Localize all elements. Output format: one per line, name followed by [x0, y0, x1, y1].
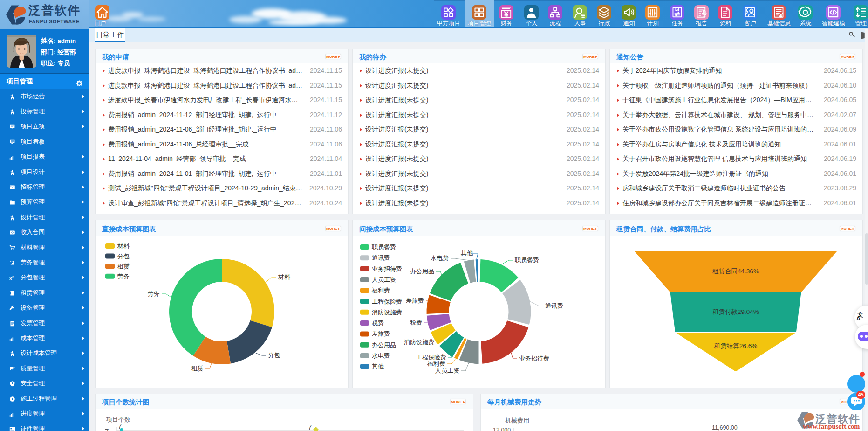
svg-text:租赁: 租赁	[117, 263, 130, 270]
svg-text:福利费: 福利费	[427, 360, 445, 367]
svg-text:工程保险费: 工程保险费	[416, 354, 446, 361]
svg-text:差旅费: 差旅费	[372, 330, 390, 337]
svg-text:分包: 分包	[268, 352, 280, 359]
svg-text:通讯费: 通讯费	[372, 254, 390, 261]
svg-text:福利费: 福利费	[371, 287, 390, 294]
svg-text:水电费: 水电费	[372, 352, 390, 359]
svg-text:业务招待费: 业务招待费	[372, 265, 402, 272]
svg-text:通讯费: 通讯费	[545, 302, 563, 309]
svg-text:差旅费: 差旅费	[406, 297, 424, 304]
svg-text:人员工资: 人员工资	[372, 276, 396, 283]
svg-text:人员工资: 人员工资	[435, 367, 459, 374]
svg-text:税费: 税费	[410, 319, 422, 326]
svg-text:租赁合同44.36%: 租赁合同44.36%	[712, 268, 759, 275]
svg-text:职员餐费: 职员餐费	[514, 257, 539, 264]
svg-text:材料: 材料	[278, 273, 290, 280]
svg-text:消防设施费: 消防设施费	[404, 339, 434, 346]
svg-text:办公用品: 办公用品	[410, 268, 434, 275]
svg-text:办公用品: 办公用品	[372, 341, 396, 348]
svg-text:材料: 材料	[117, 243, 130, 250]
svg-text:租赁: 租赁	[191, 365, 204, 372]
svg-text:税费: 税费	[372, 320, 384, 327]
svg-text:劳务: 劳务	[117, 273, 130, 280]
svg-text:劳务: 劳务	[148, 290, 160, 297]
svg-text:分包: 分包	[117, 253, 130, 260]
svg-text:租赁付款29.04%: 租赁付款29.04%	[712, 308, 759, 315]
svg-text:业务招待费: 业务招待费	[519, 355, 549, 362]
svg-text:职员餐费: 职员餐费	[371, 243, 396, 250]
svg-text:x²: x²	[9, 275, 14, 281]
svg-text:工程保险费: 工程保险费	[372, 298, 402, 305]
svg-text:其他: 其他	[372, 363, 384, 370]
svg-text:其他: 其他	[461, 250, 473, 257]
svg-text:消防设施费: 消防设施费	[372, 309, 402, 316]
svg-text:水电费: 水电费	[431, 255, 449, 262]
svg-text:租赁结算26.6%: 租赁结算26.6%	[714, 342, 757, 349]
